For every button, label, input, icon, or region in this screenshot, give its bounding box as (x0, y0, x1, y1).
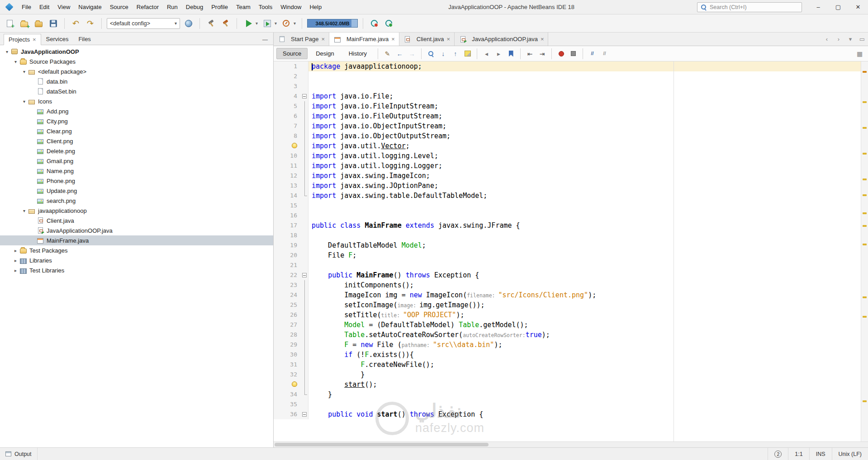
line-number-8[interactable]: 8 (274, 131, 301, 141)
line-number-16[interactable]: 16 (274, 211, 301, 221)
menu-profile[interactable]: Profile (207, 0, 232, 14)
code-text[interactable] (308, 230, 861, 240)
code-text[interactable]: public class MainFrame extends javax.swi… (308, 221, 861, 230)
line-number-36[interactable]: 36 (274, 409, 301, 419)
next-bookmark-icon[interactable]: ▸ (493, 48, 504, 59)
menu-team[interactable]: Team (232, 0, 255, 14)
quick-search-input[interactable]: Search (Ctrl+I) (697, 2, 802, 12)
error-stripe-mark[interactable] (863, 296, 867, 298)
config-select[interactable]: <default config>▾ (107, 18, 180, 29)
output-window-button[interactable]: Output (0, 448, 38, 460)
line-number-18[interactable]: 18 (274, 230, 301, 240)
fold-collapse-icon[interactable] (302, 412, 307, 417)
save-all-button[interactable] (47, 17, 59, 29)
menu-run[interactable]: Run (163, 0, 182, 14)
debug-project-button[interactable] (261, 17, 273, 29)
code-text[interactable] (308, 201, 861, 211)
collapse-arrow-icon[interactable]: ▾ (21, 69, 28, 74)
fold-collapse-icon[interactable] (302, 94, 307, 99)
stop-macro-recording-icon[interactable] (568, 48, 579, 59)
line-number-14[interactable]: 14 (274, 191, 301, 201)
scrollbar-thumb[interactable] (275, 443, 489, 446)
new-project-button[interactable] (18, 17, 30, 29)
code-text[interactable]: import java.util.logging.Logger; (308, 161, 861, 171)
start-macro-recording-icon[interactable] (555, 48, 567, 59)
editor-tab-javaapplicationoop-java[interactable]: JavaApplicationOOP.java× (455, 33, 548, 46)
view-button-history[interactable]: History (342, 48, 373, 59)
menu-debug[interactable]: Debug (182, 0, 207, 14)
gutter-cell[interactable] (274, 380, 301, 390)
warning-bulb-icon[interactable] (292, 381, 297, 387)
tree-item-search-png[interactable]: search.png (0, 196, 273, 206)
menu-view[interactable]: View (53, 0, 74, 14)
menu-file[interactable]: File (18, 0, 35, 14)
code-text[interactable]: } (308, 390, 861, 399)
notifications-button[interactable]: 2 (768, 448, 788, 460)
warning-bulb-icon[interactable] (292, 143, 297, 148)
uncomment-icon[interactable]: // (599, 48, 610, 59)
tree-item-mainframe-java[interactable]: MainFrame.java (0, 235, 273, 245)
editor-tab-client-java[interactable]: Client.java× (399, 33, 455, 46)
code-text[interactable]: setIconImage(image: img.getImage()); (308, 300, 861, 310)
memory-indicator[interactable]: 348.5/402.0MB (307, 19, 358, 28)
close-button[interactable]: ✕ (848, 0, 868, 14)
code-text[interactable]: import java.io.FileInputStream; (308, 101, 861, 111)
menu-navigate[interactable]: Navigate (74, 0, 105, 14)
gutter-cell[interactable] (274, 141, 301, 151)
tree-item-test-libraries[interactable]: ▸Test Libraries (0, 265, 273, 275)
view-button-source[interactable]: Source (276, 48, 308, 59)
code-text[interactable]: import java.io.ObjectInputStream; (308, 121, 861, 131)
maximize-editor-icon[interactable]: ▭ (856, 33, 868, 46)
code-text[interactable]: import javax.swing.table.DefaultTableMod… (308, 191, 861, 201)
editor-tab-mainframe-java[interactable]: MainFrame.java× (329, 33, 399, 46)
code-text[interactable]: import java.io.FileOutputStream; (308, 111, 861, 121)
back-icon[interactable]: ← (394, 48, 405, 59)
line-number-6[interactable]: 6 (274, 111, 301, 121)
code-text[interactable]: Model = (DefaultTableModel) Table.getMod… (308, 320, 861, 330)
undo-button[interactable]: ↶ (70, 17, 82, 29)
tree-item-clear-png[interactable]: Clear.png (0, 126, 273, 136)
debug-project-dropdown-icon[interactable]: ▾ (275, 21, 277, 26)
code-text[interactable]: public void start() throws Exception { (308, 409, 861, 419)
line-number-2[interactable]: 2 (274, 71, 301, 81)
tree-item-source-packages[interactable]: ▾Source Packages (0, 56, 273, 66)
tree-item-test-packages[interactable]: ▸Test Packages (0, 245, 273, 255)
line-number-7[interactable]: 7 (274, 121, 301, 131)
line-number-5[interactable]: 5 (274, 101, 301, 111)
fold-collapse-icon[interactable] (302, 273, 307, 277)
code-text[interactable]: import java.io.File; (308, 91, 861, 101)
scroll-tabs-right-icon[interactable]: › (833, 33, 844, 46)
open-project-button[interactable] (33, 17, 45, 29)
expand-arrow-icon[interactable]: ▸ (12, 258, 19, 263)
build-project-button[interactable] (205, 17, 217, 29)
profiler-gc-button[interactable] (383, 17, 395, 29)
code-text[interactable] (308, 211, 861, 221)
previous-bookmark-icon[interactable]: ◂ (481, 48, 492, 59)
code-text[interactable]: import java.util.Vector; (308, 141, 861, 151)
opened-documents-list-icon[interactable]: ▾ (844, 33, 856, 46)
line-number-34[interactable]: 34 (274, 390, 301, 399)
code-text[interactable]: import java.io.ObjectOutputStream; (308, 131, 861, 141)
comment-icon[interactable]: // (587, 48, 598, 59)
tree-item-name-png[interactable]: Name.png (0, 166, 273, 176)
line-number-4[interactable]: 4 (274, 91, 301, 101)
line-number-1[interactable]: 1 (274, 61, 301, 71)
tree-item-city-png[interactable]: City.png (0, 116, 273, 126)
code-text[interactable]: import java.util.logging.Level; (308, 151, 861, 161)
line-number-12[interactable]: 12 (274, 171, 301, 181)
error-stripe-mark[interactable] (863, 400, 867, 402)
close-tab-icon[interactable]: × (541, 36, 544, 42)
line-number-20[interactable]: 20 (274, 250, 301, 260)
error-stripe-mark[interactable] (863, 316, 867, 318)
line-number-13[interactable]: 13 (274, 181, 301, 191)
run-project-button[interactable] (242, 17, 254, 29)
code-text[interactable]: F = new File (pathname: "src\\data.bin")… (308, 340, 861, 350)
line-number-10[interactable]: 10 (274, 151, 301, 161)
code-text[interactable]: setTitle(title: "OOP PROJECT"); (308, 310, 861, 320)
close-tab-icon[interactable]: × (391, 36, 395, 42)
code-text[interactable]: initComponents(); (308, 280, 861, 290)
shift-line-left-icon[interactable]: ⇤ (524, 48, 536, 59)
code-text[interactable]: DefaultTableModel Model; (308, 240, 861, 250)
line-number-17[interactable]: 17 (274, 221, 301, 230)
code-text[interactable] (308, 71, 861, 81)
